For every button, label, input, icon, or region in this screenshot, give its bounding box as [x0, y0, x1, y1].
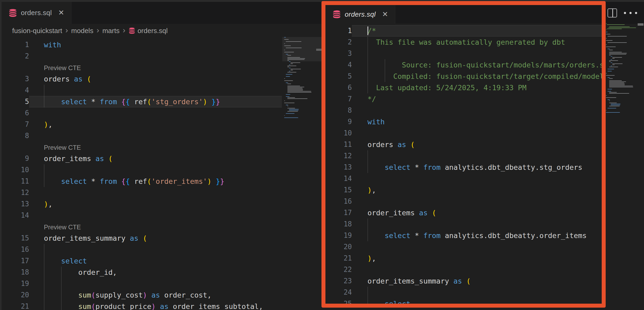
breadcrumb-item[interactable]: models [71, 27, 93, 35]
indent-guide [44, 96, 44, 107]
code-line: 6 [2, 107, 282, 119]
code-line: 23order_items_summary as ( [325, 275, 602, 287]
indent-guide [44, 255, 44, 267]
indent-guide [61, 301, 62, 310]
indent-guide [367, 37, 368, 48]
code-line: 1/* [325, 25, 602, 37]
indent-guide [44, 176, 44, 187]
code-line: 8 [325, 105, 602, 116]
indent-guide [61, 289, 62, 301]
code-line: 18 order_id, [2, 267, 282, 278]
breadcrumb: fusion-quickstart›models›marts›orders.sq… [2, 24, 322, 38]
code-line: 10 [2, 164, 282, 176]
database-file-icon [128, 27, 135, 34]
text-cursor [367, 26, 368, 35]
indent-guide [44, 301, 44, 310]
code-line: 17order_items as ( [325, 207, 602, 218]
tab-label: orders.sql [21, 9, 52, 17]
code-line: 20 sum(supply_cost) as order_cost, [2, 289, 282, 301]
code-line: 2 [2, 51, 282, 62]
code-line: 5 select * from {{ ref('stg_orders') }} [2, 96, 282, 107]
code-line: 15order_items_summary as ( [2, 232, 282, 244]
close-icon[interactable]: ✕ [382, 11, 388, 18]
chevron-right-icon: › [65, 26, 68, 34]
window-top-border [0, 0, 644, 2]
indent-guide [385, 71, 385, 82]
code-line: 19 select * from analytics.dbt_dbeatty.o… [325, 230, 602, 241]
indent-guide [44, 278, 44, 289]
code-line: 24 [325, 287, 602, 298]
overview-ruler-marker [316, 49, 322, 51]
code-line: 16 [325, 196, 602, 207]
indent-guide [367, 71, 368, 82]
code-line: 11orders as ( [325, 139, 602, 150]
indent-guide [367, 59, 368, 71]
code-line: 21), [325, 253, 602, 264]
indent-guide [367, 150, 368, 162]
indent-guide [367, 298, 368, 304]
code-line: 9with [325, 116, 602, 127]
indent-guide [44, 244, 44, 255]
right-editor-actions [606, 2, 644, 24]
code-line: 17 select [2, 255, 282, 267]
code-line: 1with [2, 39, 282, 51]
code-line: 5 Compiled: fusion-quickstart/target/com… [325, 71, 602, 82]
code-line: 6 Last updated: 5/24/2025, 4:19:33 PM [325, 82, 602, 93]
breadcrumb-item-file[interactable]: orders.sql [128, 27, 168, 35]
breadcrumb-item[interactable]: fusion-quickstart [12, 27, 62, 35]
right-editor-code[interactable]: 1/*2 This file was automatically generat… [325, 25, 602, 304]
left-editor[interactable]: 1with2Preview CTE3orders as (45 select *… [2, 39, 282, 310]
code-line: 13 select * from analytics.dbt_dbeatty.s… [325, 162, 602, 173]
code-line: 10 [325, 127, 602, 139]
code-line: 15), [325, 184, 602, 196]
code-line: 18 [325, 218, 602, 230]
indent-guide [44, 85, 44, 96]
code-line: 12 [325, 150, 602, 162]
indent-guide [367, 230, 368, 241]
indent-guide [367, 82, 368, 93]
close-icon[interactable]: ✕ [58, 9, 64, 16]
indent-guide [61, 278, 62, 289]
indent-guide [367, 162, 368, 173]
code-line: 7), [2, 119, 282, 130]
scrollbar-thumb[interactable] [638, 23, 643, 26]
indent-guide [367, 48, 368, 59]
database-file-icon [8, 8, 17, 18]
code-line: 22 [325, 264, 602, 275]
code-line: 16 [2, 244, 282, 255]
left-minimap[interactable] [284, 37, 315, 118]
tab-orders-sql-left[interactable]: orders.sql ✕ [2, 2, 71, 24]
code-line: 12 [2, 187, 282, 198]
code-line: 20 [325, 241, 602, 253]
breadcrumb-item[interactable]: marts [102, 27, 119, 35]
indent-guide [385, 59, 385, 71]
indent-guide [44, 164, 44, 176]
code-line: 25 select [325, 298, 602, 304]
code-line: 21 sum(product_price) as order_items_sub… [2, 301, 282, 310]
code-line: 8 [2, 130, 282, 142]
tab-label-preview: orders.sql [345, 10, 376, 19]
codelens-preview-cte[interactable]: Preview CTE [2, 142, 282, 153]
codelens-preview-cte[interactable]: Preview CTE [2, 62, 282, 73]
indent-guide [367, 218, 368, 230]
indent-guide [367, 287, 368, 298]
chevron-right-icon: › [123, 26, 125, 34]
code-line: 2 This file was automatically generated … [325, 37, 602, 48]
chevron-right-icon: › [96, 26, 99, 34]
indent-guide [44, 289, 44, 301]
split-editor-icon[interactable] [608, 8, 617, 17]
tab-orders-sql-right[interactable]: orders.sql ✕ [325, 5, 395, 24]
code-line: 14 [2, 210, 282, 221]
right-minimap[interactable] [606, 23, 638, 113]
more-actions-icon[interactable] [624, 12, 637, 14]
right-editor-pane[interactable]: orders.sql ✕ 1/*2 This file was automati… [325, 5, 602, 304]
code-line: 4 [2, 85, 282, 96]
code-line: 7*/ [325, 93, 602, 105]
indent-guide [61, 267, 62, 278]
code-line: 11 select * from {{ ref('order_items') }… [2, 176, 282, 187]
database-file-icon [332, 10, 341, 19]
indent-guide [44, 267, 44, 278]
code-line: 9order_items as ( [2, 153, 282, 164]
codelens-preview-cte[interactable]: Preview CTE [2, 221, 282, 232]
right-tab-bar: orders.sql ✕ [325, 5, 602, 24]
